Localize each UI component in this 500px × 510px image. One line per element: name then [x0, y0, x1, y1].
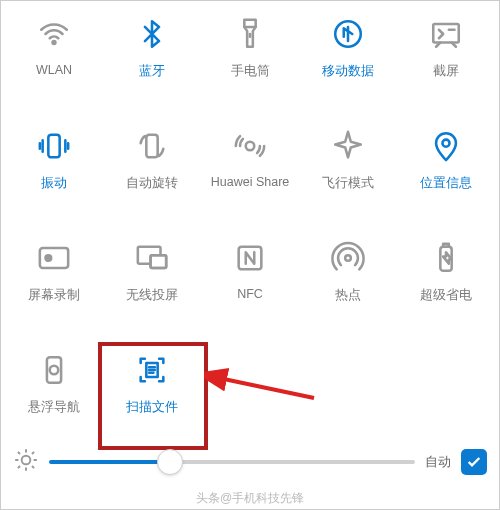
flashlight-icon: [227, 11, 273, 57]
tile-label: 移动数据: [322, 63, 374, 80]
screen-rec-icon: [31, 235, 77, 281]
airplane-icon: [325, 123, 371, 169]
brightness-icon: [13, 447, 39, 477]
svg-rect-17: [443, 244, 449, 247]
mobile-data-icon: [325, 11, 371, 57]
tile-cast[interactable]: 无线投屏: [103, 235, 201, 327]
tile-label: 无线投屏: [126, 287, 178, 304]
tile-label: 屏幕录制: [28, 287, 80, 304]
tile-label: 振动: [41, 175, 67, 192]
nfc-icon: [227, 235, 273, 281]
svg-point-7: [246, 142, 255, 151]
battery-icon: [423, 235, 469, 281]
tile-mobile-data[interactable]: 移动数据: [299, 11, 397, 103]
tile-label: 位置信息: [420, 175, 472, 192]
tile-vibrate[interactable]: 振动: [5, 123, 103, 215]
tile-airplane[interactable]: 飞行模式: [299, 123, 397, 215]
share-icon: [227, 123, 273, 169]
svg-point-0: [53, 41, 56, 44]
tile-auto-rotate[interactable]: 自动旋转: [103, 123, 201, 215]
rotate-icon: [129, 123, 175, 169]
auto-brightness-checkbox[interactable]: [461, 449, 487, 475]
brightness-slider[interactable]: [49, 460, 415, 464]
cast-icon: [129, 235, 175, 281]
tile-power-save[interactable]: 超级省电: [397, 235, 495, 327]
tile-label: 飞行模式: [322, 175, 374, 192]
tile-hotspot[interactable]: 热点: [299, 235, 397, 327]
hotspot-icon: [325, 235, 371, 281]
svg-point-10: [46, 255, 52, 261]
svg-rect-12: [151, 255, 167, 268]
tile-label: 蓝牙: [139, 63, 165, 80]
tile-label: 悬浮导航: [28, 399, 80, 416]
svg-rect-6: [146, 135, 157, 158]
quick-settings-grid: WLAN蓝牙手电筒移动数据截屏振动自动旋转Huawei Share飞行模式位置信…: [1, 1, 499, 443]
tile-scan-doc[interactable]: 扫描文件: [103, 347, 201, 439]
location-icon: [423, 123, 469, 169]
svg-rect-5: [48, 135, 59, 158]
svg-point-8: [442, 140, 449, 147]
tile-wlan[interactable]: WLAN: [5, 11, 103, 103]
svg-rect-9: [40, 248, 68, 268]
tile-flashlight[interactable]: 手电筒: [201, 11, 299, 103]
tile-label: 热点: [335, 287, 361, 304]
tile-bluetooth[interactable]: 蓝牙: [103, 11, 201, 103]
bluetooth-icon: [129, 11, 175, 57]
tile-label: NFC: [237, 287, 263, 301]
tile-label: 超级省电: [420, 287, 472, 304]
auto-brightness-label: 自动: [425, 453, 451, 471]
scan-doc-icon: [129, 347, 175, 393]
svg-point-15: [345, 255, 351, 261]
tile-label: 自动旋转: [126, 175, 178, 192]
watermark-text: 头条@手机科技先锋: [1, 490, 499, 507]
tile-huawei-share[interactable]: Huawei Share: [201, 123, 299, 215]
tile-label: Huawei Share: [211, 175, 290, 189]
tile-label: 扫描文件: [126, 399, 178, 416]
svg-point-25: [22, 456, 31, 465]
svg-rect-1: [244, 20, 255, 27]
tile-nfc[interactable]: NFC: [201, 235, 299, 327]
svg-point-19: [50, 366, 59, 375]
tile-label: WLAN: [36, 63, 72, 77]
tile-screen-rec[interactable]: 屏幕录制: [5, 235, 103, 327]
brightness-thumb[interactable]: [157, 449, 183, 475]
tile-screenshot[interactable]: 截屏: [397, 11, 495, 103]
tile-label: 手电筒: [231, 63, 270, 80]
brightness-row: 自动: [1, 437, 499, 487]
screenshot-icon: [423, 11, 469, 57]
tile-label: 截屏: [433, 63, 459, 80]
tile-float-nav[interactable]: 悬浮导航: [5, 347, 103, 439]
float-nav-icon: [31, 347, 77, 393]
svg-rect-4: [433, 24, 459, 42]
wifi-icon: [31, 11, 77, 57]
vibrate-icon: [31, 123, 77, 169]
tile-location[interactable]: 位置信息: [397, 123, 495, 215]
